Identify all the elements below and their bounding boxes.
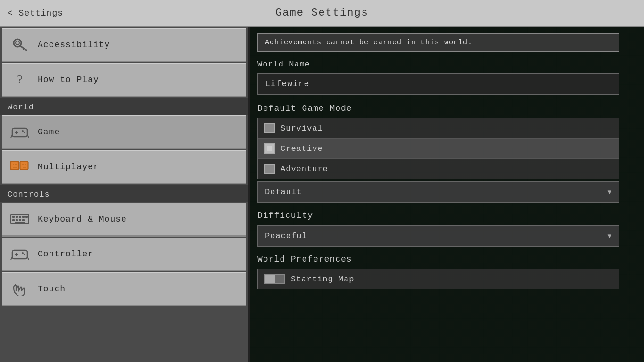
game-label: Game <box>38 127 60 137</box>
content-inner: Achievements cannot be earned in this wo… <box>250 27 627 300</box>
how-to-play-label: How to Play <box>38 75 99 84</box>
game-mode-survival[interactable]: Survival <box>258 118 619 139</box>
svg-rect-30 <box>19 219 21 221</box>
difficulty-dropdown[interactable]: Peaceful ▼ <box>257 225 619 247</box>
game-mode-dropdown-arrow: ▼ <box>608 189 612 196</box>
header: < Settings Game Settings <box>0 0 644 27</box>
svg-rect-15 <box>15 164 17 165</box>
svg-rect-27 <box>25 216 28 218</box>
survival-radio-box <box>264 123 275 133</box>
creative-label: Creative <box>281 144 323 153</box>
touch-icon <box>9 279 30 299</box>
svg-rect-21 <box>23 167 26 168</box>
svg-line-38 <box>11 257 12 260</box>
question-icon: ? <box>9 69 30 90</box>
world-prefs-label: World Preferences <box>257 255 619 264</box>
world-prefs-section: World Preferences Starting Map <box>257 255 619 289</box>
sidebar-item-multiplayer[interactable]: Multiplayer <box>2 150 246 184</box>
svg-rect-14 <box>13 164 14 165</box>
world-name-input[interactable] <box>257 73 619 95</box>
main-layout: Accessibility ? How to Play World <box>0 27 644 362</box>
game-icon <box>9 122 30 142</box>
touch-label: Touch <box>38 284 66 294</box>
creative-radio-inner <box>267 146 272 151</box>
toggle-knob <box>265 275 275 283</box>
starting-map-label: Starting Map <box>291 275 354 284</box>
controller-icon <box>9 244 30 264</box>
sidebar-item-touch[interactable]: Touch <box>2 272 246 306</box>
svg-line-39 <box>27 257 29 260</box>
svg-rect-28 <box>12 219 15 221</box>
svg-line-11 <box>27 135 29 138</box>
svg-rect-31 <box>22 219 25 221</box>
svg-line-10 <box>11 135 12 138</box>
svg-point-37 <box>24 254 25 255</box>
sidebar-item-how-to-play[interactable]: ? How to Play <box>2 63 246 97</box>
game-mode-options: Survival Creative Adventure <box>257 118 619 179</box>
svg-rect-19 <box>22 164 24 165</box>
world-name-label: World Name <box>257 60 619 69</box>
svg-rect-16 <box>13 167 17 168</box>
svg-point-36 <box>22 252 24 254</box>
creative-radio-box <box>264 143 275 154</box>
keyboard-icon <box>9 209 30 230</box>
achievement-banner: Achievements cannot be earned in this wo… <box>257 33 619 52</box>
svg-point-8 <box>22 130 24 132</box>
multiplayer-label: Multiplayer <box>38 162 99 172</box>
svg-rect-29 <box>16 219 18 221</box>
game-mode-dropdown-value: Default <box>265 188 302 197</box>
svg-point-1 <box>16 41 19 45</box>
controller-label: Controller <box>38 249 93 259</box>
game-mode-section-title: Default Game Mode <box>257 104 619 113</box>
game-mode-creative[interactable]: Creative <box>258 139 619 159</box>
starting-map-item[interactable]: Starting Map <box>257 269 619 289</box>
controls-section-header: Controls <box>0 185 248 202</box>
multiplayer-icon <box>9 156 30 177</box>
difficulty-dropdown-value: Peaceful <box>265 231 307 240</box>
svg-point-9 <box>24 132 25 133</box>
adventure-radio-box <box>264 164 275 174</box>
svg-rect-24 <box>16 216 18 218</box>
sidebar-item-controller[interactable]: Controller <box>2 238 246 272</box>
svg-rect-32 <box>15 222 25 223</box>
back-label: < Settings <box>8 8 63 18</box>
svg-rect-25 <box>19 216 21 218</box>
svg-rect-26 <box>22 216 25 218</box>
accessibility-label: Accessibility <box>38 40 110 49</box>
sidebar: Accessibility ? How to Play World <box>0 27 250 362</box>
sidebar-item-game[interactable]: Game <box>2 115 246 149</box>
difficulty-section: Difficulty Peaceful ▼ <box>257 211 619 247</box>
back-button[interactable]: < Settings <box>8 8 63 18</box>
world-section-header: World <box>0 98 248 115</box>
adventure-label: Adventure <box>281 165 328 173</box>
keyboard-mouse-label: Keyboard & Mouse <box>38 214 127 224</box>
survival-label: Survival <box>281 124 323 133</box>
key-icon <box>9 34 30 55</box>
starting-map-toggle[interactable] <box>264 274 285 284</box>
sidebar-item-keyboard-mouse[interactable]: Keyboard & Mouse <box>2 203 246 237</box>
sidebar-item-accessibility[interactable]: Accessibility <box>2 28 246 62</box>
game-mode-dropdown[interactable]: Default ▼ <box>257 181 619 203</box>
game-mode-adventure[interactable]: Adventure <box>258 159 619 179</box>
difficulty-dropdown-arrow: ▼ <box>608 232 612 240</box>
svg-rect-23 <box>12 216 15 218</box>
difficulty-label: Difficulty <box>257 211 619 220</box>
svg-rect-20 <box>25 164 26 165</box>
content-area: Achievements cannot be earned in this wo… <box>250 27 644 362</box>
page-title: Game Settings <box>275 7 369 19</box>
